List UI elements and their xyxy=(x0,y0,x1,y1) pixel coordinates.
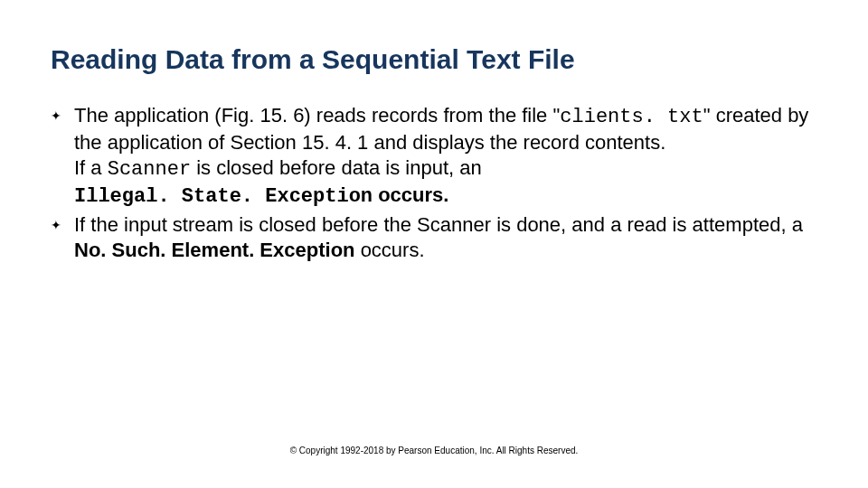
text-run: The application (Fig. 15. 6) reads recor… xyxy=(74,104,560,127)
text-run: If a xyxy=(74,156,108,179)
bullet-content: If the input stream is closed before the… xyxy=(74,212,817,263)
bullet-content: The application (Fig. 15. 6) reads recor… xyxy=(74,103,817,211)
bullet-marker-icon: ✦ xyxy=(51,212,74,238)
code-run: clients. txt xyxy=(560,106,703,128)
bullet-item: ✦ The application (Fig. 15. 6) reads rec… xyxy=(51,103,817,211)
code-run: Scanner xyxy=(108,158,191,181)
text-run: If the input stream is closed before the… xyxy=(74,213,803,236)
code-run-bold: Illegal. State. Exception xyxy=(74,185,373,208)
text-run: occurs. xyxy=(355,239,425,261)
slide-title: Reading Data from a Sequential Text File xyxy=(51,43,817,76)
slide: Reading Data from a Sequential Text File… xyxy=(0,0,868,488)
text-run-bold: No. Such. Element. Exception xyxy=(74,239,355,261)
slide-body: ✦ The application (Fig. 15. 6) reads rec… xyxy=(51,103,817,263)
text-run-bold: occurs. xyxy=(373,183,448,206)
bullet-item: ✦ If the input stream is closed before t… xyxy=(51,212,817,263)
text-run: is closed before data is input, an xyxy=(191,156,482,179)
footer-copyright: © Copyright 1992-2018 by Pearson Educati… xyxy=(0,446,868,455)
bullet-marker-icon: ✦ xyxy=(51,103,74,128)
